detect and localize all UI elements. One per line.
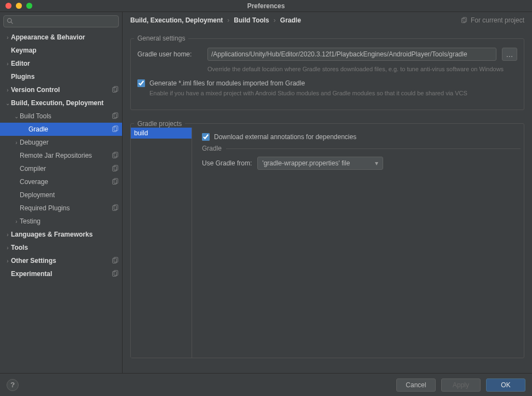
scope-indicator: For current project: [460, 16, 524, 24]
sidebar-item-debugger[interactable]: ›Debugger: [0, 136, 122, 149]
sidebar-item-label: Gradle: [28, 125, 111, 133]
sidebar-item-coverage[interactable]: Coverage: [0, 175, 122, 188]
gradle-subgroup-legend: Gradle: [202, 145, 226, 152]
sidebar-item-gradle[interactable]: Gradle: [0, 123, 122, 136]
breadcrumb-part: Build, Execution, Deployment: [130, 16, 223, 24]
zoom-window-icon[interactable]: [26, 3, 32, 9]
sidebar-item-label: Coverage: [20, 178, 111, 186]
gradle-home-hint: Override the default location where Grad…: [207, 65, 517, 73]
help-button[interactable]: ?: [7, 379, 19, 391]
apply-button[interactable]: Apply: [441, 378, 481, 392]
project-scope-icon: [111, 152, 119, 159]
main-panel: Build, Execution, Deployment › Build Too…: [123, 12, 532, 373]
expander-icon: ›: [4, 245, 11, 251]
sidebar-item-label: Testing: [20, 217, 119, 225]
project-scope-icon: [111, 270, 119, 278]
sidebar-item-version-control[interactable]: ›Version Control: [0, 83, 122, 96]
sidebar-item-label: Experimental: [11, 270, 111, 278]
window-controls: [0, 3, 32, 9]
sidebar-item-label: Appearance & Behavior: [11, 33, 119, 41]
breadcrumb-part: Gradle: [280, 16, 301, 24]
download-annotations-checkbox[interactable]: [202, 133, 210, 141]
project-scope-icon: [111, 112, 119, 120]
minimize-window-icon[interactable]: [16, 3, 22, 9]
sidebar-item-plugins[interactable]: Plugins: [0, 70, 122, 83]
generate-iml-label: Generate *.iml files for modules importe…: [149, 79, 305, 87]
settings-tree: ›Appearance & BehaviorKeymap›EditorPlugi…: [0, 31, 122, 373]
sidebar-item-label: Required Plugins: [20, 204, 111, 212]
close-window-icon[interactable]: [5, 3, 11, 9]
titlebar: Preferences: [0, 0, 532, 12]
sidebar-item-deployment[interactable]: Deployment: [0, 188, 122, 202]
expander-icon: ›: [13, 140, 20, 146]
expander-icon: ⌄: [4, 100, 11, 106]
breadcrumb-part: Build Tools: [234, 16, 269, 24]
general-settings-legend: General settings: [134, 35, 188, 42]
ok-button[interactable]: OK: [486, 378, 525, 392]
sidebar: ›Appearance & BehaviorKeymap›EditorPlugi…: [0, 12, 123, 373]
expander-icon: ›: [4, 87, 11, 93]
sidebar-item-label: Keymap: [11, 47, 119, 54]
expander-icon: ›: [4, 61, 11, 67]
gradle-project-list[interactable]: build: [131, 128, 192, 358]
sidebar-item-keymap[interactable]: Keymap: [0, 44, 122, 57]
expander-icon: ›: [13, 219, 20, 225]
project-scope-icon: [111, 257, 119, 265]
generate-iml-hint: Enable if you have a mixed project with …: [149, 89, 517, 97]
general-settings-group: General settings Gradle user home: … Ove…: [130, 35, 524, 110]
use-gradle-from-label: Use Gradle from:: [202, 159, 252, 167]
sidebar-item-label: Remote Jar Repositories: [20, 152, 111, 159]
sidebar-item-label: Version Control: [11, 86, 111, 94]
sidebar-item-required-plugins[interactable]: Required Plugins: [0, 202, 122, 215]
sidebar-item-label: Build, Execution, Deployment: [11, 99, 119, 107]
sidebar-item-label: Debugger: [20, 139, 119, 146]
expander-icon: ›: [4, 258, 11, 264]
sidebar-item-other-settings[interactable]: ›Other Settings: [0, 254, 122, 267]
sidebar-item-label: Tools: [11, 244, 119, 251]
use-gradle-from-select[interactable]: 'gradle-wrapper.properties' file: [257, 157, 383, 170]
expander-icon: ›: [4, 35, 11, 41]
project-scope-icon: [111, 125, 119, 133]
sidebar-item-testing[interactable]: ›Testing: [0, 215, 122, 228]
sidebar-item-label: Languages & Frameworks: [11, 231, 119, 238]
project-scope-icon: [111, 165, 119, 173]
sidebar-item-appearance-behavior[interactable]: ›Appearance & Behavior: [0, 31, 122, 44]
sidebar-item-editor[interactable]: ›Editor: [0, 57, 122, 70]
expander-icon: ⌄: [13, 113, 20, 119]
gradle-home-label: Gradle user home:: [137, 50, 202, 58]
sidebar-item-label: Plugins: [11, 73, 119, 81]
cancel-button[interactable]: Cancel: [396, 378, 436, 392]
expander-icon: ›: [4, 232, 11, 238]
sidebar-item-tools[interactable]: ›Tools: [0, 241, 122, 254]
sidebar-item-label: Build Tools: [20, 112, 111, 120]
gradle-projects-legend: Gradle projects: [134, 120, 185, 128]
window-title: Preferences: [0, 2, 532, 10]
gradle-projects-group: Gradle projects build Download external …: [130, 120, 524, 358]
breadcrumb: Build, Execution, Deployment › Build Too…: [123, 12, 532, 28]
generate-iml-checkbox[interactable]: [137, 79, 145, 87]
sidebar-item-label: Other Settings: [11, 257, 111, 265]
project-scope-icon: [111, 86, 119, 94]
download-annotations-label: Download external annotations for depend…: [214, 133, 356, 141]
project-scope-icon: [111, 204, 119, 212]
sidebar-item-compiler[interactable]: Compiler: [0, 162, 122, 175]
sidebar-item-experimental[interactable]: Experimental: [0, 267, 122, 280]
copy-icon: [460, 17, 467, 24]
sidebar-item-build-tools[interactable]: ⌄Build Tools: [0, 110, 122, 123]
search-input[interactable]: [3, 15, 119, 27]
browse-button[interactable]: …: [502, 48, 517, 61]
sidebar-item-build-execution-deployment[interactable]: ⌄Build, Execution, Deployment: [0, 96, 122, 110]
chevron-right-icon: ›: [227, 16, 229, 24]
gradle-home-input[interactable]: [207, 48, 496, 61]
sidebar-item-remote-jar-repositories[interactable]: Remote Jar Repositories: [0, 149, 122, 162]
sidebar-item-languages-frameworks[interactable]: ›Languages & Frameworks: [0, 228, 122, 241]
sidebar-item-label: Editor: [11, 60, 119, 67]
dialog-footer: ? Cancel Apply OK: [0, 373, 532, 396]
sidebar-item-label: Compiler: [20, 165, 111, 173]
chevron-right-icon: ›: [274, 16, 276, 24]
project-scope-icon: [111, 178, 119, 186]
gradle-project-item[interactable]: build: [131, 128, 192, 139]
sidebar-item-label: Deployment: [20, 191, 119, 199]
